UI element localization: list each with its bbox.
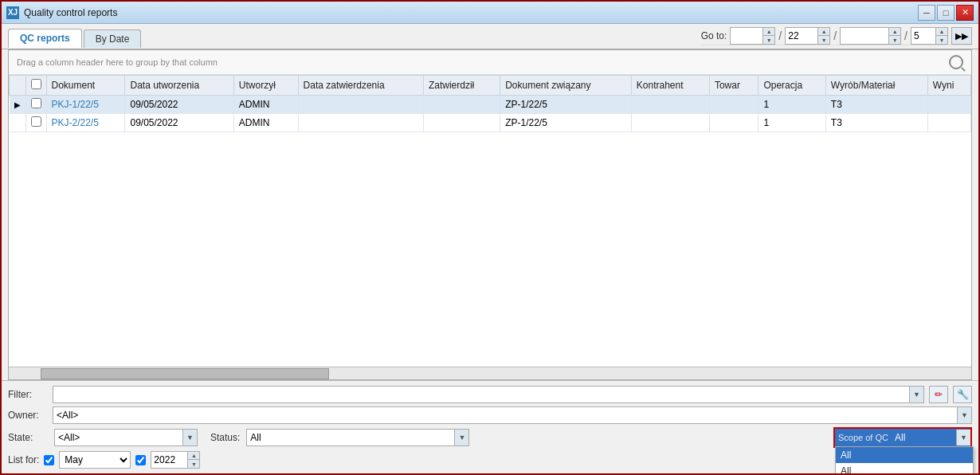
col-header-data-zatwierdzenia: Data zatwierdzenia <box>298 76 423 96</box>
col-header-utworzyl: Utworzył <box>233 76 298 96</box>
col-header-wyni: Wyni <box>927 76 970 96</box>
cell-dokument: PKJ-1/22/5 <box>46 96 125 114</box>
search-icon[interactable] <box>949 55 963 69</box>
status-input[interactable] <box>247 430 454 446</box>
goto-up1[interactable]: ▲ <box>763 28 774 36</box>
goto-up3[interactable]: ▲ <box>889 28 900 36</box>
state-label: State: <box>8 432 48 443</box>
status-label: Status: <box>210 432 240 443</box>
horizontal-scrollbar[interactable] <box>9 367 971 379</box>
status-dropdown-arrow[interactable]: ▼ <box>454 430 468 446</box>
goto-input3[interactable] <box>841 28 888 44</box>
cell-zatwierdzil <box>423 114 500 132</box>
filter-input[interactable] <box>53 387 909 402</box>
table-row[interactable]: PKJ-2/22/509/05/2022ADMINZP-1/22/51T3 <box>10 114 971 132</box>
nav-end-button[interactable]: ▶▶ <box>951 27 972 45</box>
table-area: Drag a column header here to group by th… <box>8 49 972 380</box>
scope-option-all-selected[interactable]: All <box>836 447 973 463</box>
drag-hint-text: Drag a column header here to group by th… <box>17 57 218 67</box>
scope-dropdown-arrow[interactable]: ▼ <box>956 430 970 446</box>
filter-row: Filter: ▼ ✏ 🔧 <box>8 386 972 403</box>
owner-dropdown[interactable]: ▼ <box>53 406 972 424</box>
row-arrow <box>10 114 26 132</box>
cell-kontrahent <box>631 114 709 132</box>
state-dropdown-arrow[interactable]: ▼ <box>182 430 197 446</box>
row-checkbox[interactable] <box>31 116 41 127</box>
filter-label: Filter: <box>8 389 48 400</box>
goto-field1: ▲ ▼ <box>730 27 775 45</box>
state-input[interactable] <box>55 430 182 446</box>
goto-label: Go to: <box>701 30 727 41</box>
state-row: State: ▼ Status: ▼ Scope of QC All ▼ All <box>8 427 972 448</box>
tabs-container: QC reports By Date <box>8 29 141 48</box>
doc-link[interactable]: PKJ-1/22/5 <box>52 99 99 110</box>
window-controls: ─ □ ✕ <box>918 5 974 21</box>
filter-config-button[interactable]: 🔧 <box>953 386 972 403</box>
col-header-dokument-zwiazany: Dokument związany <box>500 76 632 96</box>
cell-wyrob-material: T3 <box>825 96 927 114</box>
cell-dokument-zwiazany: ZP-1/22/5 <box>500 114 632 132</box>
scope-dropdown-header[interactable]: Scope of QC All ▼ <box>835 429 970 446</box>
filter-dropdown[interactable]: ▼ <box>53 386 924 403</box>
status-dropdown[interactable]: ▼ <box>246 429 469 446</box>
cell-utworzyl: ADMIN <box>233 114 298 132</box>
month-dropdown[interactable]: January February March April May June Ju… <box>59 451 131 469</box>
col-header-towar: Towar <box>709 76 759 96</box>
goto-field4: ▲ ▼ <box>911 27 948 45</box>
cell-operacja: 1 <box>759 114 825 132</box>
scope-selected-value: All <box>892 432 956 443</box>
tab-qc-reports[interactable]: QC reports <box>8 29 82 48</box>
state-dropdown[interactable]: ▼ <box>54 429 198 446</box>
goto-down3[interactable]: ▼ <box>889 36 900 44</box>
goto-up2[interactable]: ▲ <box>818 28 829 36</box>
list-for-label: List for: <box>8 454 39 465</box>
scrollbar-thumb[interactable] <box>41 368 329 379</box>
goto-input1[interactable] <box>731 28 762 44</box>
col-header-operacja: Operacja <box>759 76 825 96</box>
col-header-wyrob-material: Wyrób/Materiał <box>825 76 927 96</box>
select-all-checkbox[interactable] <box>31 79 41 89</box>
year-input[interactable] <box>151 454 187 465</box>
drag-hint: Drag a column header here to group by th… <box>9 50 971 75</box>
month-select[interactable]: January February March April May June Ju… <box>60 453 130 466</box>
doc-link[interactable]: PKJ-2/22/5 <box>52 117 99 128</box>
goto-input2[interactable] <box>786 28 817 44</box>
year-checkbox[interactable] <box>135 455 146 465</box>
list-for-row: List for: January February March April M… <box>8 451 972 469</box>
year-up-btn[interactable]: ▲ <box>188 452 199 460</box>
maximize-button[interactable]: □ <box>937 5 955 21</box>
goto-up4[interactable]: ▲ <box>936 28 947 36</box>
cell-wyni <box>927 96 970 114</box>
data-table: Dokument Data utworzenia Utworzył Data z… <box>9 75 971 132</box>
goto-down2[interactable]: ▼ <box>818 36 829 44</box>
goto-input4[interactable] <box>911 28 935 44</box>
col-header-arrow <box>10 76 26 96</box>
close-button[interactable]: ✕ <box>956 5 974 21</box>
scope-label: Scope of QC <box>835 433 892 442</box>
main-window: XJ Quality control reports ─ □ ✕ QC repo… <box>0 0 980 475</box>
year-down-btn[interactable]: ▼ <box>188 460 199 468</box>
row-checkbox[interactable] <box>31 98 41 108</box>
table-container: Dokument Data utworzenia Utworzył Data z… <box>9 75 971 367</box>
cell-kontrahent <box>631 96 709 114</box>
cell-towar <box>709 114 759 132</box>
cell-towar <box>709 96 759 114</box>
filter-area: Filter: ▼ ✏ 🔧 Owner: ▼ State: <box>2 380 978 473</box>
goto-down4[interactable]: ▼ <box>936 36 947 44</box>
pencil-icon: ✏ <box>935 389 943 400</box>
owner-input[interactable] <box>53 407 957 423</box>
scope-of-qc-container: Scope of QC All ▼ All All Manufacturing … <box>833 427 972 448</box>
filter-edit-button[interactable]: ✏ <box>929 386 948 403</box>
scope-option-all[interactable]: All <box>836 463 973 475</box>
month-checkbox[interactable] <box>44 455 54 465</box>
col-header-kontrahent: Kontrahent <box>631 76 709 96</box>
owner-row: Owner: ▼ <box>8 406 972 424</box>
tab-by-date[interactable]: By Date <box>84 29 142 48</box>
minimize-button[interactable]: ─ <box>918 5 935 21</box>
table-row[interactable]: ▶PKJ-1/22/509/05/2022ADMINZP-1/22/51T3 <box>10 96 971 114</box>
goto-down1[interactable]: ▼ <box>763 36 774 44</box>
year-spin: ▲ ▼ <box>151 451 200 469</box>
filter-dropdown-arrow[interactable]: ▼ <box>909 387 923 402</box>
owner-dropdown-arrow[interactable]: ▼ <box>957 407 971 423</box>
col-header-data-utworzenia: Data utworzenia <box>125 76 233 96</box>
